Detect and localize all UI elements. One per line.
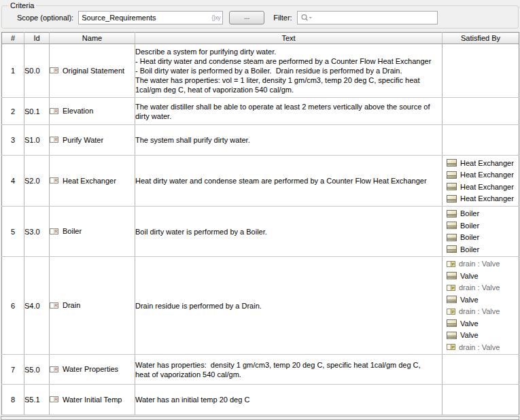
cell-number[interactable]: 1 xyxy=(2,44,24,98)
cell-satisfied-by[interactable]: Pdrain : ValveValvePdrain : ValveValvePd… xyxy=(443,257,519,355)
satisfied-entry[interactable]: Heat Exchanger xyxy=(443,181,519,193)
satisfied-entry[interactable]: Boiler xyxy=(443,232,519,244)
cell-id[interactable]: S3.0 xyxy=(24,207,50,257)
part-icon: P xyxy=(447,285,455,291)
header-row: #IdNameTextSatisfied By xyxy=(2,33,519,44)
satisfied-label: Valve xyxy=(460,272,479,280)
satisfied-label: Heat Exchanger xyxy=(460,183,514,191)
cell-text[interactable]: The water distiller shall be able to ope… xyxy=(135,98,443,125)
satisfied-entry[interactable]: Valve xyxy=(443,270,519,282)
satisfied-label: Boiler xyxy=(460,245,479,253)
cell-satisfied-by[interactable] xyxy=(443,385,519,415)
satisfied-label: Boiler xyxy=(460,222,479,230)
requirement-name: Purify Water xyxy=(63,136,103,144)
cell-text[interactable]: Boil dirty water is performed by a Boile… xyxy=(135,207,443,257)
satisfied-label: Boiler xyxy=(460,209,479,217)
cell-number[interactable]: 4 xyxy=(2,156,24,207)
horizontal-scrollbar[interactable] xyxy=(1,416,519,420)
cell-number[interactable]: 2 xyxy=(2,98,24,125)
cell-text[interactable]: Water has an initial temp 20 deg C xyxy=(135,385,443,415)
satisfied-entry[interactable]: Valve xyxy=(443,317,519,330)
cell-id[interactable]: S0.0 xyxy=(24,44,50,98)
requirement-icon: R xyxy=(50,67,58,73)
satisfied-entry[interactable]: Pdrain : Valve xyxy=(443,258,519,270)
svg-text:P: P xyxy=(452,310,455,314)
satisfied-entry[interactable]: Heat Exchanger xyxy=(443,169,519,181)
criteria-row: Scope (optional): Source_Requirements {}… xyxy=(6,11,514,24)
column-header-text[interactable]: Text xyxy=(135,33,443,44)
block-icon xyxy=(447,245,457,253)
satisfied-label: drain : Valve xyxy=(459,260,500,268)
block-icon xyxy=(447,319,457,327)
satisfied-entry[interactable]: Valve xyxy=(443,294,519,306)
table-row: 7S5.0RWater PropertiesWater has properti… xyxy=(2,355,519,385)
cell-id[interactable]: S1.0 xyxy=(24,125,50,156)
cell-number[interactable]: 8 xyxy=(2,385,24,415)
cell-number[interactable]: 6 xyxy=(2,257,24,355)
column-header-id[interactable]: Id xyxy=(24,33,50,44)
cell-text[interactable]: Drain residue is performed by a Drain. xyxy=(135,257,443,355)
cell-id[interactable]: S5.1 xyxy=(24,385,50,415)
svg-text:R: R xyxy=(54,367,58,372)
svg-text:P: P xyxy=(452,286,455,290)
cell-name[interactable]: RHeat Exchanger xyxy=(50,156,135,207)
part-icon: P xyxy=(447,261,455,267)
table-body: 1S0.0ROriginal StatementDescribe a syste… xyxy=(2,44,519,415)
satisfied-entry[interactable]: Pdrain : Valve xyxy=(443,306,519,318)
svg-text:R: R xyxy=(54,303,58,308)
cell-number[interactable]: 3 xyxy=(2,125,24,156)
cell-satisfied-by[interactable] xyxy=(443,98,519,125)
satisfied-entry[interactable]: Heat Exchanger xyxy=(443,193,519,205)
cell-text[interactable]: The system shall purify dirty water. xyxy=(135,125,443,156)
filter-input[interactable] xyxy=(297,11,438,24)
browse-scope-button[interactable]: ... xyxy=(229,11,264,24)
column-header-name[interactable]: Name xyxy=(50,33,135,44)
cell-satisfied-by[interactable]: Heat ExchangerHeat ExchangerHeat Exchang… xyxy=(443,156,519,207)
satisfied-entry[interactable]: Boiler xyxy=(443,220,519,232)
satisfied-label: Boiler xyxy=(460,233,479,241)
satisfied-label: drain : Valve xyxy=(459,343,500,351)
cell-satisfied-by[interactable]: BoilerBoilerBoilerBoiler xyxy=(443,207,519,257)
scope-input[interactable]: Source_Requirements {}xy xyxy=(78,11,223,24)
cell-name[interactable]: RWater Initial Temp xyxy=(50,385,135,415)
cell-name[interactable]: RBoiler xyxy=(50,207,135,257)
satisfied-entry[interactable]: Heat Exchanger xyxy=(443,157,519,169)
cell-id[interactable]: S0.1 xyxy=(24,98,50,125)
block-icon xyxy=(447,296,457,303)
cell-name[interactable]: ROriginal Statement xyxy=(50,44,135,98)
satisfied-entry[interactable]: Pdrain : Valve xyxy=(443,282,519,294)
cell-satisfied-by[interactable] xyxy=(443,125,519,156)
cell-id[interactable]: S5.0 xyxy=(24,355,50,385)
satisfied-entry[interactable]: Valve xyxy=(443,330,519,342)
block-icon xyxy=(447,234,457,241)
cell-id[interactable]: S4.0 xyxy=(24,257,50,355)
expression-icon: {}xy xyxy=(211,14,220,21)
search-icon[interactable] xyxy=(300,14,313,22)
cell-satisfied-by[interactable] xyxy=(443,44,519,98)
requirement-name: Heat Exchanger xyxy=(63,177,116,185)
part-icon: P xyxy=(447,309,455,315)
criteria-title: Criteria xyxy=(8,1,36,10)
cell-id[interactable]: S2.0 xyxy=(24,156,50,207)
requirement-name: Elevation xyxy=(63,107,93,115)
satisfied-entry[interactable]: Pdrain : Valve xyxy=(443,341,519,353)
cell-text[interactable]: Describe a system for purifying dirty wa… xyxy=(135,44,443,98)
satisfied-entry[interactable]: Boiler xyxy=(443,243,519,256)
cell-name[interactable]: RElevation xyxy=(50,98,135,125)
cell-text[interactable]: Heat dirty water and condense steam are … xyxy=(135,156,443,207)
satisfied-label: Heat Exchanger xyxy=(460,194,514,203)
table-row: 1S0.0ROriginal StatementDescribe a syste… xyxy=(2,44,519,98)
column-header-satisfied-by[interactable]: Satisfied By xyxy=(443,33,519,44)
cell-name[interactable]: RPurify Water xyxy=(50,125,135,156)
block-icon xyxy=(447,171,457,179)
cell-satisfied-by[interactable] xyxy=(443,355,519,385)
cell-name[interactable]: RWater Properties xyxy=(50,355,135,385)
cell-text[interactable]: Water has properties: density 1 gm/cm3, … xyxy=(135,355,443,385)
cell-name[interactable]: RDrain xyxy=(50,257,135,355)
cell-number[interactable]: 5 xyxy=(2,207,24,257)
satisfied-entry[interactable]: Boiler xyxy=(443,208,519,220)
column-header-num[interactable]: # xyxy=(2,33,24,44)
satisfied-label: Heat Exchanger xyxy=(460,171,514,179)
cell-number[interactable]: 7 xyxy=(2,355,24,385)
scope-value: Source_Requirements xyxy=(82,14,211,22)
